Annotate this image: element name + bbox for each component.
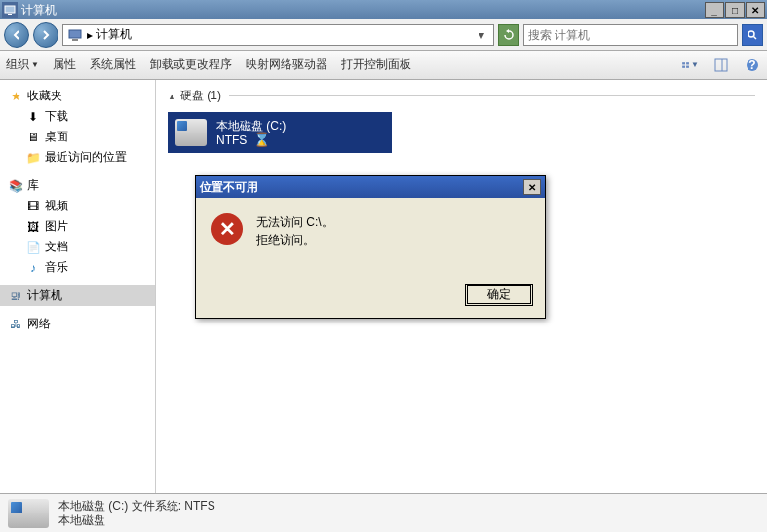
sidebar-music[interactable]: ♪音乐	[0, 257, 155, 278]
desktop-icon: 🖥	[25, 130, 41, 145]
document-icon: 📄	[25, 240, 41, 255]
status-bar: 本地磁盘 (C:) 文件系统: NTFS 本地磁盘	[0, 493, 767, 532]
address-dropdown-icon[interactable]: ▾	[474, 28, 489, 42]
navigation-bar: ▸ 计算机 ▾	[0, 19, 767, 51]
dialog-line2: 拒绝访问。	[256, 231, 333, 248]
sidebar-documents[interactable]: 📄文档	[0, 237, 155, 257]
close-button[interactable]: ✕	[746, 2, 765, 18]
window-titlebar: 计算机 _ □ ✕	[0, 0, 767, 19]
help-icon[interactable]: ?	[744, 57, 761, 74]
music-icon: ♪	[25, 260, 41, 276]
error-dialog: 位置不可用 ✕ ✕ 无法访问 C:\。 拒绝访问。 确定	[195, 175, 546, 319]
svg-rect-9	[686, 65, 689, 67]
star-icon: ★	[8, 89, 23, 104]
search-bar[interactable]	[523, 24, 738, 46]
svg-rect-8	[682, 65, 685, 67]
svg-line-5	[754, 36, 757, 39]
sidebar-computer[interactable]: 🖳计算机	[0, 285, 155, 306]
control-panel-button[interactable]: 打开控制面板	[341, 57, 411, 73]
hdd-icon	[175, 119, 207, 146]
uninstall-button[interactable]: 卸载或更改程序	[150, 57, 232, 73]
status-line1: 本地磁盘 (C:) 文件系统: NTFS	[58, 499, 215, 513]
computer-icon	[2, 2, 18, 18]
drive-c[interactable]: 本地磁盘 (C:) NTFS ⌛	[168, 112, 392, 153]
command-toolbar: 组织▼ 属性 系统属性 卸载或更改程序 映射网络驱动器 打开控制面板 ▼ ?	[0, 51, 767, 80]
recent-icon: 📁	[25, 150, 41, 166]
dialog-close-button[interactable]: ✕	[523, 179, 541, 195]
address-computer-icon	[67, 27, 83, 43]
section-label: 硬盘 (1)	[180, 88, 221, 104]
search-input[interactable]	[528, 28, 733, 42]
svg-point-4	[748, 31, 754, 37]
address-text: 计算机	[96, 26, 474, 43]
status-hdd-icon	[8, 499, 49, 528]
sidebar-downloads[interactable]: ⬇下载	[0, 106, 155, 127]
dialog-title: 位置不可用	[200, 179, 523, 196]
collapse-icon[interactable]: ▲	[168, 92, 176, 101]
sidebar-desktop[interactable]: 🖥桌面	[0, 127, 155, 147]
map-drive-button[interactable]: 映射网络驱动器	[246, 57, 327, 73]
hourglass-icon: ⌛	[253, 132, 270, 147]
navigation-pane: ★收藏夹 ⬇下载 🖥桌面 📁最近访问的位置 📚库 🎞视频 🖼图片 📄文档 ♪音乐…	[0, 80, 156, 493]
svg-rect-1	[8, 14, 12, 15]
system-properties-button[interactable]: 系统属性	[90, 57, 136, 73]
svg-rect-6	[682, 62, 685, 64]
address-prefix: ▸	[87, 28, 93, 42]
svg-rect-2	[69, 30, 81, 38]
dialog-ok-button[interactable]: 确定	[465, 284, 533, 306]
svg-rect-7	[686, 62, 689, 64]
address-bar[interactable]: ▸ 计算机 ▾	[62, 24, 494, 46]
sidebar-videos[interactable]: 🎞视频	[0, 196, 155, 216]
sidebar-favorites[interactable]: ★收藏夹	[0, 86, 155, 106]
organize-menu[interactable]: 组织▼	[6, 57, 39, 73]
forward-button[interactable]	[33, 22, 58, 48]
search-go-button[interactable]	[742, 24, 763, 46]
sidebar-network[interactable]: 🖧网络	[0, 314, 155, 334]
dialog-titlebar: 位置不可用 ✕	[196, 176, 545, 198]
network-icon: 🖧	[8, 317, 23, 332]
sidebar-pictures[interactable]: 🖼图片	[0, 216, 155, 237]
drive-fs: NTFS	[216, 133, 247, 147]
back-button[interactable]	[4, 22, 29, 48]
sidebar-libraries[interactable]: 📚库	[0, 175, 155, 196]
maximize-button[interactable]: □	[725, 2, 745, 18]
dialog-message: 无法访问 C:\。 拒绝访问。	[256, 213, 333, 260]
window-title: 计算机	[21, 2, 705, 19]
library-icon: 📚	[8, 178, 23, 194]
status-line2: 本地磁盘	[58, 513, 215, 528]
preview-pane-icon[interactable]	[712, 57, 730, 74]
svg-rect-0	[5, 6, 15, 13]
minimize-button[interactable]: _	[705, 2, 724, 18]
drive-name: 本地磁盘 (C:)	[216, 119, 286, 133]
section-header: ▲ 硬盘 (1)	[168, 88, 755, 104]
properties-button[interactable]: 属性	[53, 57, 76, 73]
download-icon: ⬇	[25, 109, 41, 125]
svg-text:?: ?	[748, 58, 755, 72]
svg-rect-3	[72, 39, 78, 41]
refresh-button[interactable]	[498, 24, 519, 46]
svg-rect-10	[715, 59, 727, 71]
picture-icon: 🖼	[25, 219, 41, 235]
error-icon: ✕	[211, 213, 243, 245]
dialog-line1: 无法访问 C:\。	[256, 213, 333, 231]
video-icon: 🎞	[25, 199, 41, 214]
sidebar-recent[interactable]: 📁最近访问的位置	[0, 147, 155, 168]
computer-icon: 🖳	[8, 288, 23, 304]
view-options-icon[interactable]: ▼	[681, 57, 699, 74]
